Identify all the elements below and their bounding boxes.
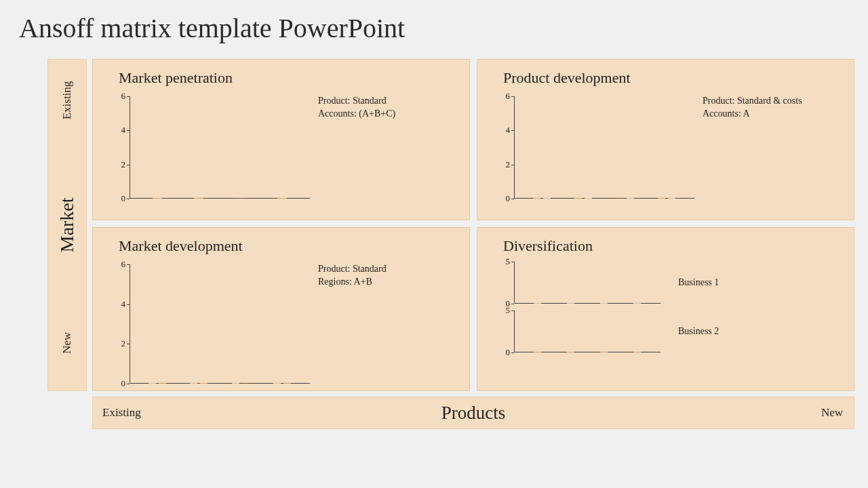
bar: [236, 198, 245, 199]
chart-market-penetration: 0 2 4 6: [106, 94, 310, 199]
bar: [159, 383, 166, 384]
annotation-line: Accounts: A: [703, 108, 802, 121]
tick-label: 0: [506, 193, 511, 204]
bars-area: [130, 264, 310, 384]
bar: [242, 383, 250, 384]
quadrant-market-penetration: Market penetration 0 2 4 6: [92, 59, 470, 220]
quadrant-market-development: Market development 0 2 4 6: [92, 227, 470, 391]
bar: [194, 198, 203, 199]
bar: [633, 352, 641, 352]
chart-product-development: 0 2 4 6: [491, 94, 694, 199]
bar: [200, 383, 208, 384]
chart-market-development: 0 2 4 6: [106, 262, 310, 384]
bar: [627, 198, 634, 199]
bar: [574, 198, 582, 199]
annotation-line: Product: Standard & costs: [703, 95, 802, 108]
bar: [543, 198, 551, 199]
bar: [534, 352, 541, 352]
bar: [658, 198, 665, 199]
slide-title: Ansoff matrix template PowerPoint: [19, 12, 849, 44]
bars-area: [130, 96, 310, 199]
chart-diversification-business1: 0 5: [491, 262, 660, 304]
annotation-line: Accounts: (A+B+C): [318, 108, 395, 121]
tick-label: 6: [121, 91, 126, 102]
bar: [616, 198, 624, 199]
chart-annotation: Product: Standard & costs Accounts: A: [703, 95, 802, 121]
bar: [600, 303, 608, 304]
tick-label: 2: [506, 159, 511, 170]
products-axis-existing: Existing: [102, 406, 141, 420]
market-axis-label: Market: [56, 198, 78, 253]
tick-label: 2: [121, 338, 126, 349]
tick-label: 5: [506, 256, 511, 267]
tick-label: 4: [506, 125, 511, 136]
tick-label: 0: [121, 378, 126, 389]
bar: [533, 198, 540, 199]
quadrant-title: Product development: [503, 69, 840, 87]
bar: [277, 198, 287, 199]
quadrant-title: Market penetration: [119, 69, 456, 87]
bar: [190, 383, 197, 384]
market-axis-existing: Existing: [60, 81, 74, 120]
bar: [153, 198, 162, 199]
bar: [668, 198, 675, 199]
bar: [633, 303, 641, 304]
products-axis: Existing Products New: [92, 396, 854, 429]
bars-area: [514, 262, 660, 304]
bar: [600, 352, 608, 352]
tick-label: 2: [121, 159, 126, 170]
annotation-line: Product: Standard: [318, 263, 387, 276]
products-axis-label: Products: [441, 403, 506, 424]
chart-diversification-business2: 0 5: [491, 310, 660, 352]
bar: [283, 383, 291, 384]
bar: [149, 383, 156, 384]
tick-label: 0: [121, 193, 126, 204]
quadrant-diversification: Diversification 0 5: [477, 227, 854, 391]
chart-annotation: Product: Standard Regions: A+B: [318, 263, 387, 289]
bar: [585, 198, 592, 199]
quadrant-title: Market development: [119, 237, 456, 255]
bars-area: [514, 96, 694, 199]
quadrant-grid: Market penetration 0 2 4 6: [92, 59, 854, 391]
mini-chart-label: Business 2: [678, 326, 719, 337]
bars-area: [514, 310, 660, 352]
ansoff-matrix: Existing Market New Market penetration 0…: [47, 59, 854, 439]
bar: [273, 383, 281, 384]
market-axis: Existing Market New: [47, 59, 87, 391]
tick-label: 5: [506, 305, 511, 316]
bar: [567, 352, 574, 352]
annotation-line: Regions: A+B: [318, 276, 387, 289]
bar: [232, 383, 239, 384]
chart-annotation: Product: Standard Accounts: (A+B+C): [318, 95, 395, 121]
quadrant-title: Diversification: [503, 237, 840, 255]
tick-label: 4: [121, 125, 126, 136]
tick-label: 6: [121, 259, 126, 270]
market-axis-new: New: [60, 332, 74, 354]
bar: [534, 303, 541, 304]
tick-label: 4: [121, 299, 126, 310]
tick-label: 6: [506, 91, 511, 102]
tick-label: 0: [506, 347, 511, 358]
quadrant-product-development: Product development 0 2 4 6: [477, 59, 854, 220]
products-axis-new: New: [821, 406, 843, 420]
bar: [567, 303, 574, 304]
mini-chart-label: Business 1: [678, 277, 719, 288]
annotation-line: Product: Standard: [318, 95, 395, 108]
